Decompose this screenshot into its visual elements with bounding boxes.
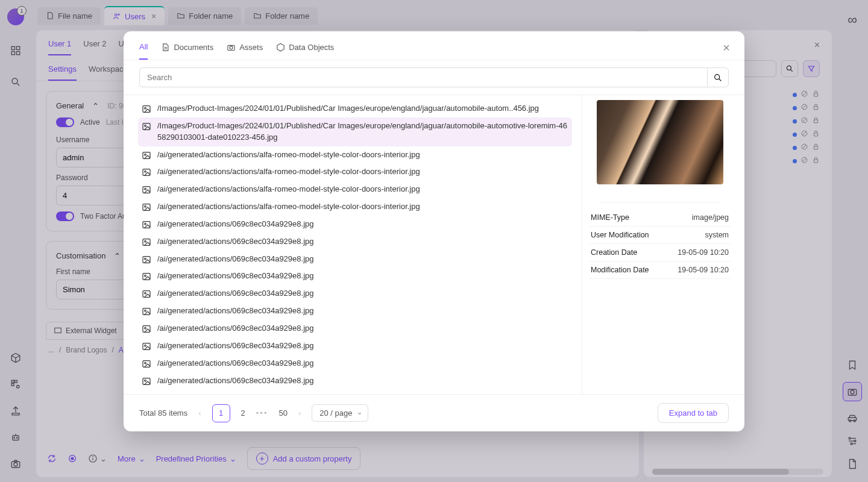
- preview-image: [597, 100, 723, 184]
- page-size-select[interactable]: 20 / page: [312, 404, 368, 422]
- result-item[interactable]: /ai/generated/actions/069c8ec034a929e8.j…: [138, 302, 572, 320]
- svg-rect-72: [143, 187, 150, 193]
- result-item[interactable]: /ai/generated/actions/actions/alfa-romeo…: [138, 146, 572, 164]
- page-prev[interactable]: ‹: [198, 408, 201, 418]
- result-item[interactable]: /ai/generated/actions/069c8ec034a929e8.j…: [138, 355, 572, 372]
- svg-rect-70: [143, 169, 150, 176]
- modal-search-input[interactable]: [139, 67, 707, 87]
- modal-tab-dataobjects[interactable]: Data Objects: [276, 42, 334, 60]
- svg-rect-94: [143, 378, 150, 384]
- result-item[interactable]: /ai/generated/actions/actions/alfa-romeo…: [138, 163, 572, 181]
- meta-row: User Modificationsystem: [588, 227, 731, 244]
- svg-point-95: [145, 380, 146, 381]
- svg-point-61: [230, 46, 233, 49]
- meta-row: Modification Date19-05-09 10:20: [588, 261, 731, 279]
- page-ellipsis: •••: [256, 408, 268, 418]
- result-item[interactable]: /ai/generated/actions/069c8ec034a929e8.j…: [138, 372, 572, 390]
- result-list: /Images/Product-Images/2024/01/01/Publis…: [124, 95, 582, 394]
- result-item[interactable]: /Images/Product-Images/2024/01/01/Publis…: [138, 117, 572, 146]
- svg-rect-68: [143, 152, 150, 158]
- svg-point-69: [145, 154, 146, 155]
- svg-rect-92: [143, 360, 150, 367]
- page-1[interactable]: 1: [212, 404, 230, 422]
- result-item[interactable]: /ai/generated/actions/actions/alfa-romeo…: [138, 198, 572, 216]
- preview-pane: MIME-Typeimage/jpegUser Modificationsyst…: [582, 95, 744, 394]
- svg-point-71: [145, 171, 146, 173]
- meta-row: Creation Date19-05-09 10:20: [588, 244, 731, 261]
- result-item[interactable]: /ai/generated/actions/069c8ec034a929e8.j…: [138, 233, 572, 251]
- svg-point-89: [145, 327, 146, 329]
- svg-rect-86: [143, 308, 150, 315]
- svg-line-63: [719, 79, 721, 81]
- svg-rect-66: [143, 124, 150, 130]
- page-last[interactable]: 50: [278, 408, 287, 418]
- modal-tab-assets[interactable]: Assets: [227, 42, 263, 60]
- result-item[interactable]: /ai/generated/actions/069c8ec034a929e8.j…: [138, 251, 572, 268]
- svg-rect-88: [143, 326, 150, 333]
- result-item[interactable]: /ai/generated/actions/069c8ec034a929e8.j…: [138, 268, 572, 285]
- svg-rect-74: [143, 204, 150, 211]
- page-2[interactable]: 2: [241, 408, 245, 418]
- result-item[interactable]: /ai/generated/actions/069c8ec034a929e8.j…: [138, 337, 572, 355]
- modal-close-icon[interactable]: ×: [723, 41, 730, 55]
- svg-rect-80: [143, 256, 150, 263]
- result-item[interactable]: /Images/Product-Images/2024/01/01/Publis…: [138, 100, 572, 117]
- svg-rect-76: [143, 222, 150, 228]
- svg-point-87: [145, 310, 146, 311]
- total-count: Total 85 items: [139, 408, 187, 418]
- expand-to-tab-button[interactable]: Expand to tab: [658, 403, 729, 423]
- result-item[interactable]: /ai/generated/actions/actions/alfa-romeo…: [138, 181, 572, 198]
- result-item[interactable]: /ai/generated/actions/069c8ec034a929e8.j…: [138, 216, 572, 233]
- modal-tab-all[interactable]: All: [139, 42, 148, 60]
- svg-point-79: [145, 240, 146, 242]
- svg-point-93: [145, 362, 146, 364]
- svg-point-65: [145, 107, 146, 109]
- svg-point-75: [145, 205, 146, 207]
- svg-rect-82: [143, 274, 150, 280]
- svg-point-62: [715, 74, 720, 79]
- svg-point-85: [145, 293, 146, 295]
- search-button[interactable]: [707, 67, 729, 87]
- modal-backdrop[interactable]: All Documents Assets Data Objects × /Ima…: [0, 0, 868, 482]
- svg-rect-64: [143, 106, 150, 113]
- svg-point-73: [145, 189, 146, 190]
- svg-point-77: [145, 223, 146, 225]
- search-modal: All Documents Assets Data Objects × /Ima…: [124, 31, 744, 431]
- svg-point-83: [145, 275, 146, 277]
- svg-point-91: [145, 345, 146, 346]
- svg-rect-84: [143, 291, 150, 298]
- svg-point-81: [145, 258, 146, 260]
- result-item[interactable]: /ai/generated/actions/069c8ec034a929e8.j…: [138, 285, 572, 302]
- svg-rect-90: [143, 343, 150, 349]
- svg-rect-78: [143, 239, 150, 245]
- page-next[interactable]: ›: [298, 408, 301, 418]
- svg-point-67: [145, 125, 146, 127]
- modal-tab-documents[interactable]: Documents: [161, 42, 213, 60]
- result-item[interactable]: /ai/generated/actions/069c8ec034a929e8.j…: [138, 320, 572, 337]
- meta-row: MIME-Typeimage/jpeg: [588, 209, 731, 227]
